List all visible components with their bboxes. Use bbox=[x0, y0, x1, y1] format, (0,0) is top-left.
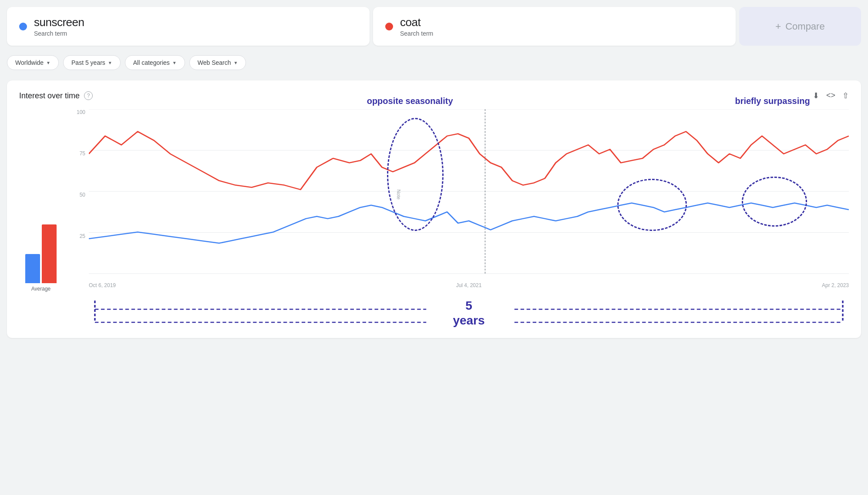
bracket-svg bbox=[89, 296, 849, 331]
coat-name: coat bbox=[400, 16, 433, 29]
average-bar-chart bbox=[25, 218, 57, 283]
sunscreen-dot bbox=[19, 23, 27, 30]
term-card-sunscreen[interactable]: sunscreen Search term bbox=[7, 7, 370, 46]
chart-header: Interest over time ? ⬇ <> ⇧ bbox=[19, 91, 849, 100]
y-label-75: 75 bbox=[80, 151, 85, 157]
chart-actions: ⬇ <> ⇧ bbox=[813, 91, 849, 100]
compare-label: Compare bbox=[785, 21, 824, 32]
filter-timerange-label: Past 5 years bbox=[71, 59, 105, 66]
coat-line bbox=[89, 131, 849, 190]
download-icon[interactable]: ⬇ bbox=[813, 91, 819, 100]
share-icon[interactable]: ⇧ bbox=[842, 91, 849, 100]
filter-category[interactable]: All categories ▼ bbox=[125, 55, 185, 70]
filter-location-label: Worldwide bbox=[15, 59, 44, 66]
sunscreen-name: sunscreen bbox=[34, 16, 84, 29]
x-axis: Oct 6, 2019 Jul 4, 2021 Apr 2, 2023 bbox=[89, 279, 849, 292]
bar-coat bbox=[42, 224, 57, 283]
coat-info: coat Search term bbox=[400, 16, 433, 37]
chart-main: 100 75 50 25 bbox=[71, 109, 849, 292]
chevron-down-icon: ▼ bbox=[172, 60, 177, 65]
y-label-100: 100 bbox=[77, 109, 85, 115]
chevron-down-icon: ▼ bbox=[233, 60, 238, 65]
help-icon[interactable]: ? bbox=[84, 91, 93, 100]
filter-category-label: All categories bbox=[133, 59, 170, 66]
term-cards-row: sunscreen Search term coat Search term +… bbox=[7, 7, 861, 46]
sunscreen-line bbox=[89, 203, 849, 243]
chart-container: Interest over time ? ⬇ <> ⇧ Average 100 … bbox=[7, 80, 861, 338]
compare-card[interactable]: + Compare bbox=[739, 7, 861, 46]
x-label-2019: Oct 6, 2019 bbox=[89, 282, 116, 288]
y-axis: 100 75 50 25 bbox=[71, 109, 89, 274]
chevron-down-icon: ▼ bbox=[46, 60, 50, 65]
chevron-down-icon: ▼ bbox=[108, 60, 112, 65]
chart-plot: Note bbox=[89, 109, 849, 274]
filter-location[interactable]: Worldwide ▼ bbox=[7, 55, 59, 70]
five-years-annotation: 5years bbox=[89, 296, 849, 331]
average-label: Average bbox=[31, 286, 50, 292]
coat-dot bbox=[385, 23, 393, 30]
filter-searchtype-label: Web Search bbox=[198, 59, 231, 66]
embed-icon[interactable]: <> bbox=[826, 91, 835, 100]
chart-title-row: Interest over time ? bbox=[19, 91, 93, 100]
sunscreen-type: Search term bbox=[34, 30, 84, 37]
bar-sunscreen bbox=[25, 254, 40, 284]
coat-type: Search term bbox=[400, 30, 433, 37]
filters-bar: Worldwide ▼ Past 5 years ▼ All categorie… bbox=[7, 51, 861, 74]
chart-svg bbox=[89, 109, 849, 274]
chart-area: Average 100 75 50 25 bbox=[19, 109, 849, 292]
y-label-50: 50 bbox=[80, 192, 85, 198]
chart-title: Interest over time bbox=[19, 91, 80, 100]
sunscreen-info: sunscreen Search term bbox=[34, 16, 84, 37]
filter-searchtype[interactable]: Web Search ▼ bbox=[189, 55, 246, 70]
x-label-2023: Apr 2, 2023 bbox=[822, 282, 849, 288]
term-card-coat[interactable]: coat Search term bbox=[373, 7, 736, 46]
chart-left: Average bbox=[19, 109, 63, 292]
plus-icon: + bbox=[775, 21, 781, 32]
x-label-2021: Jul 4, 2021 bbox=[456, 282, 482, 288]
filter-timerange[interactable]: Past 5 years ▼ bbox=[63, 55, 121, 70]
y-label-25: 25 bbox=[80, 233, 85, 239]
